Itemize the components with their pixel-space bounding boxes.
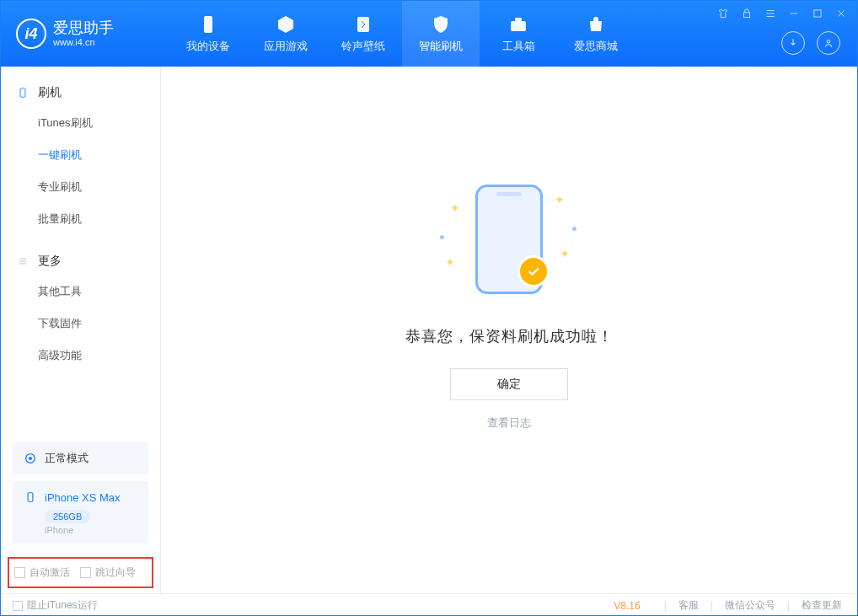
- checkbox-skip-guide[interactable]: 跳过向导: [80, 565, 136, 580]
- sidebar-header-flash[interactable]: 刷机: [1, 78, 160, 107]
- mode-box[interactable]: 正常模式: [13, 442, 148, 474]
- sidebar-item-itunes[interactable]: iTunes刷机: [1, 107, 160, 139]
- svg-rect-0: [204, 16, 212, 33]
- version-label: V8.16: [614, 600, 640, 612]
- checkbox-auto-activate[interactable]: 自动激活: [14, 565, 70, 580]
- svg-rect-1: [357, 17, 369, 32]
- nav-apps[interactable]: 应用游戏: [247, 1, 324, 67]
- list-icon: [16, 254, 29, 268]
- nav-toolbox[interactable]: 工具箱: [480, 1, 557, 67]
- nav-tabs: 我的设备 应用游戏 铃声壁纸 智能刷机 工具箱 爱思商城: [169, 1, 635, 67]
- sparkle-icon: ✦: [450, 201, 460, 215]
- sparkle-icon: ✦: [555, 193, 565, 206]
- nav-label: 我的设备: [186, 39, 230, 54]
- sparkle-icon: ✦: [445, 255, 455, 269]
- footer-link-update[interactable]: 检查更新: [798, 598, 845, 613]
- nav-label: 工具箱: [502, 39, 535, 54]
- separator: |: [787, 600, 790, 612]
- footer-link-wechat[interactable]: 微信公众号: [721, 598, 779, 613]
- footer-link-service[interactable]: 客服: [675, 598, 702, 613]
- maximize-icon[interactable]: [810, 6, 825, 21]
- shield-icon: [430, 13, 452, 35]
- sidebar: 刷机 iTunes刷机 一键刷机 专业刷机 批量刷机 更多 其他工具 下载固件 …: [1, 67, 161, 593]
- user-icon[interactable]: [817, 31, 840, 55]
- mode-text: 正常模式: [45, 451, 88, 466]
- logo-text: 爱思助手 www.i4.cn: [53, 20, 114, 47]
- device-storage: 256GB: [45, 510, 90, 523]
- lock-icon[interactable]: [739, 6, 754, 21]
- dot-icon: [572, 227, 576, 231]
- sidebar-group-more: 更多 其他工具 下载固件 高级功能: [1, 235, 160, 372]
- view-log-link[interactable]: 查看日志: [487, 415, 531, 431]
- sidebar-title: 更多: [38, 254, 62, 269]
- sidebar-item-batch[interactable]: 批量刷机: [1, 203, 160, 235]
- checkbox-icon: [14, 567, 25, 578]
- logo-icon: i4: [16, 19, 46, 49]
- nav-ringtone[interactable]: 铃声壁纸: [324, 1, 402, 67]
- app-url: www.i4.cn: [53, 37, 114, 47]
- checkbox-label: 跳过向导: [95, 565, 136, 580]
- sidebar-header-more[interactable]: 更多: [1, 247, 160, 276]
- minimize-icon[interactable]: [786, 6, 802, 21]
- sidebar-item-pro[interactable]: 专业刷机: [1, 171, 160, 203]
- separator: |: [711, 600, 713, 612]
- cube-icon: [275, 13, 297, 35]
- device-box[interactable]: iPhone XS Max 256GB iPhone: [13, 481, 148, 544]
- nav-my-device[interactable]: 我的设备: [169, 1, 247, 67]
- shirt-icon[interactable]: [716, 6, 731, 21]
- dot-icon: [440, 235, 444, 239]
- sync-icon: [23, 451, 38, 466]
- nav-label: 应用游戏: [264, 39, 308, 54]
- svg-rect-3: [515, 18, 522, 21]
- svg-rect-10: [28, 493, 33, 502]
- phone-icon: [197, 13, 219, 35]
- music-icon: [352, 13, 374, 35]
- download-icon[interactable]: [781, 31, 805, 55]
- separator: |: [664, 600, 667, 612]
- sidebar-title: 刷机: [38, 85, 62, 100]
- nav-store[interactable]: 爱思商城: [557, 1, 635, 67]
- bag-icon: [585, 13, 607, 35]
- options-highlight: 自动激活 跳过向导: [8, 557, 153, 588]
- device-small-icon: [23, 490, 38, 505]
- checkbox-icon: [80, 567, 91, 578]
- device-icon: [16, 86, 29, 99]
- device-type: iPhone: [45, 525, 138, 535]
- app-name: 爱思助手: [53, 20, 114, 37]
- body: 刷机 iTunes刷机 一键刷机 专业刷机 批量刷机 更多 其他工具 下载固件 …: [1, 67, 857, 593]
- svg-rect-2: [511, 21, 526, 31]
- window-controls: [716, 6, 849, 21]
- check-badge-icon: [517, 255, 550, 287]
- svg-rect-7: [20, 88, 25, 98]
- sidebar-item-firmware[interactable]: 下载固件: [1, 308, 160, 340]
- sidebar-item-advanced[interactable]: 高级功能: [1, 340, 160, 372]
- sidebar-item-oneclick[interactable]: 一键刷机: [1, 139, 160, 171]
- menu-icon[interactable]: [763, 6, 778, 21]
- svg-rect-4: [744, 13, 750, 18]
- nav-label: 爱思商城: [574, 39, 618, 54]
- svg-rect-5: [814, 10, 821, 17]
- main-panel: ✦ ✦ ✦ ✦ 恭喜您，保资料刷机成功啦！ 确定 查看日志: [161, 67, 857, 593]
- sidebar-item-tools[interactable]: 其他工具: [1, 276, 160, 308]
- nav-label: 智能刷机: [419, 39, 463, 54]
- sparkle-icon: ✦: [560, 247, 570, 260]
- checkbox-icon: [13, 601, 23, 611]
- success-message: 恭喜您，保资料刷机成功啦！: [405, 326, 614, 346]
- success-illustration: ✦ ✦ ✦ ✦: [433, 176, 585, 303]
- logo[interactable]: i4 爱思助手 www.i4.cn: [1, 19, 169, 49]
- nav-label: 铃声壁纸: [341, 39, 385, 54]
- svg-point-6: [827, 40, 830, 44]
- ok-button[interactable]: 确定: [450, 368, 568, 400]
- footer: 阻止iTunes运行 V8.16 | 客服 | 微信公众号 | 检查更新: [1, 593, 857, 616]
- toolbox-icon: [507, 13, 529, 35]
- checkbox-label: 阻止iTunes运行: [27, 598, 98, 613]
- device-name: iPhone XS Max: [45, 491, 121, 504]
- checkbox-label: 自动激活: [29, 565, 70, 580]
- header-actions: [781, 31, 840, 55]
- svg-point-9: [29, 457, 32, 460]
- checkbox-block-itunes[interactable]: 阻止iTunes运行: [13, 598, 98, 613]
- header: i4 爱思助手 www.i4.cn 我的设备 应用游戏 铃声壁纸 智能刷机 工具…: [1, 1, 857, 67]
- close-icon[interactable]: [834, 6, 849, 21]
- sidebar-group-flash: 刷机 iTunes刷机 一键刷机 专业刷机 批量刷机: [1, 67, 160, 235]
- nav-flash[interactable]: 智能刷机: [402, 1, 480, 67]
